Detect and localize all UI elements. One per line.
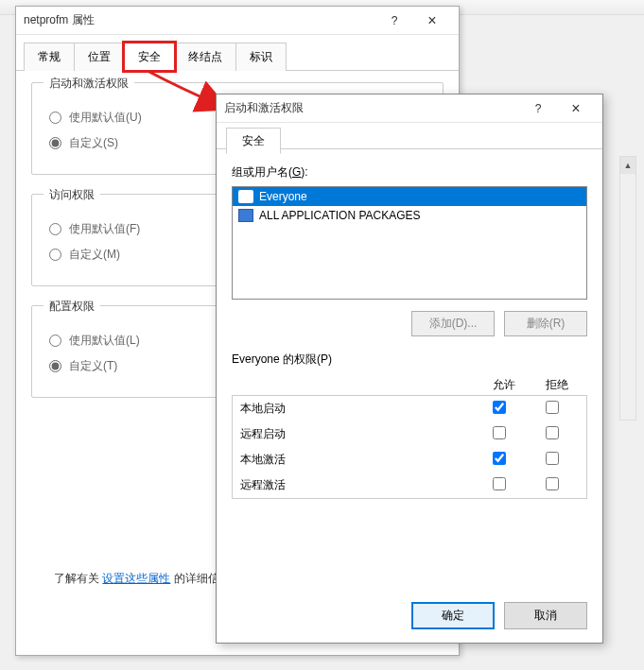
allow-checkbox[interactable] (493, 477, 506, 490)
footer-link[interactable]: 设置这些属性 (102, 572, 170, 585)
dialog-body: 组或用户名(G): Everyone ALL APPLICATION PACKA… (217, 148, 602, 510)
group-legend: 启动和激活权限 (44, 76, 134, 92)
radio-input[interactable] (49, 335, 61, 347)
group-users-label: 组或用户名(G): (232, 164, 587, 180)
security-permissions-dialog: 启动和激活权限 × 安全 组或用户名(G): Everyone ALL APPL… (216, 94, 603, 644)
tab-endpoints[interactable]: 终结点 (174, 43, 236, 71)
list-item-label: Everyone (259, 190, 307, 203)
users-listbox[interactable]: Everyone ALL APPLICATION PACKAGES (232, 186, 587, 300)
cancel-button[interactable]: 取消 (504, 602, 587, 629)
titlebar-front: 启动和激活权限 × (217, 94, 602, 123)
col-allow: 允许 (478, 377, 531, 393)
tab-location[interactable]: 位置 (74, 43, 125, 71)
perm-row-local-activate: 本地激活 (233, 447, 586, 472)
scroll-up-icon[interactable] (620, 157, 635, 174)
allow-checkbox[interactable] (493, 452, 506, 465)
close-button[interactable]: × (413, 8, 451, 34)
group-legend: 配置权限 (44, 299, 100, 315)
close-button[interactable]: × (557, 95, 595, 122)
list-item-label: ALL APPLICATION PACKAGES (259, 209, 421, 222)
tab-security[interactable]: 安全 (124, 43, 175, 71)
titlebar-back: netprofm 属性 × (16, 7, 459, 35)
package-icon (238, 209, 253, 222)
perm-row-remote-activate: 远程激活 (233, 472, 586, 498)
radio-label: 自定义(S) (69, 135, 118, 151)
deny-checkbox[interactable] (546, 477, 559, 490)
perm-name: 本地启动 (240, 401, 473, 417)
allow-checkbox[interactable] (493, 401, 506, 414)
users-icon (238, 190, 253, 203)
radio-input[interactable] (49, 360, 61, 372)
tab-security-front[interactable]: 安全 (226, 128, 281, 154)
deny-checkbox[interactable] (546, 401, 559, 414)
help-button[interactable] (519, 95, 557, 122)
list-item[interactable]: ALL APPLICATION PACKAGES (233, 206, 586, 225)
allow-checkbox[interactable] (493, 426, 506, 439)
perm-row-local-launch: 本地启动 (233, 396, 586, 421)
radio-input[interactable] (49, 223, 61, 235)
dialog-title: 启动和激活权限 (224, 100, 519, 116)
radio-label: 使用默认值(F) (69, 221, 140, 237)
permissions-for-label: Everyone 的权限(P) (232, 352, 587, 368)
radio-label: 使用默认值(U) (69, 110, 142, 126)
window-title: netprofm 属性 (24, 12, 375, 28)
perm-row-remote-launch: 远程启动 (233, 421, 586, 447)
col-deny: 拒绝 (531, 377, 583, 393)
radio-input[interactable] (49, 249, 61, 261)
perm-name: 本地激活 (240, 452, 473, 468)
tab-strip-front: 安全 (217, 123, 602, 148)
tab-general[interactable]: 常规 (24, 43, 75, 71)
radio-label: 自定义(M) (69, 247, 120, 263)
permissions-header: 允许 拒绝 (232, 375, 587, 395)
radio-input[interactable] (49, 137, 61, 149)
radio-label: 使用默认值(L) (69, 333, 140, 349)
permissions-list: 本地启动 远程启动 本地激活 远程激活 (232, 395, 587, 499)
add-button[interactable]: 添加(D)... (411, 311, 495, 336)
radio-input[interactable] (49, 112, 61, 124)
group-legend: 访问权限 (44, 187, 100, 203)
radio-label: 自定义(T) (69, 358, 117, 374)
dialog-button-row: 确定 取消 (411, 602, 587, 629)
footer-help-text: 了解有关 设置这些属性 的详细信息。 (54, 571, 242, 587)
help-button[interactable] (375, 8, 413, 34)
tab-strip: 常规 位置 安全 终结点 标识 (16, 35, 459, 71)
perm-name: 远程启动 (240, 426, 473, 442)
footer-prefix: 了解有关 (54, 572, 99, 585)
remove-button[interactable]: 删除(R) (504, 311, 587, 336)
tab-identity[interactable]: 标识 (235, 43, 287, 71)
perm-name: 远程激活 (240, 477, 473, 493)
deny-checkbox[interactable] (546, 426, 559, 439)
user-buttons-row: 添加(D)... 删除(R) (232, 311, 587, 336)
ok-button[interactable]: 确定 (411, 602, 495, 629)
deny-checkbox[interactable] (546, 452, 559, 465)
background-scrollbar[interactable] (619, 156, 636, 421)
list-item[interactable]: Everyone (233, 187, 586, 206)
